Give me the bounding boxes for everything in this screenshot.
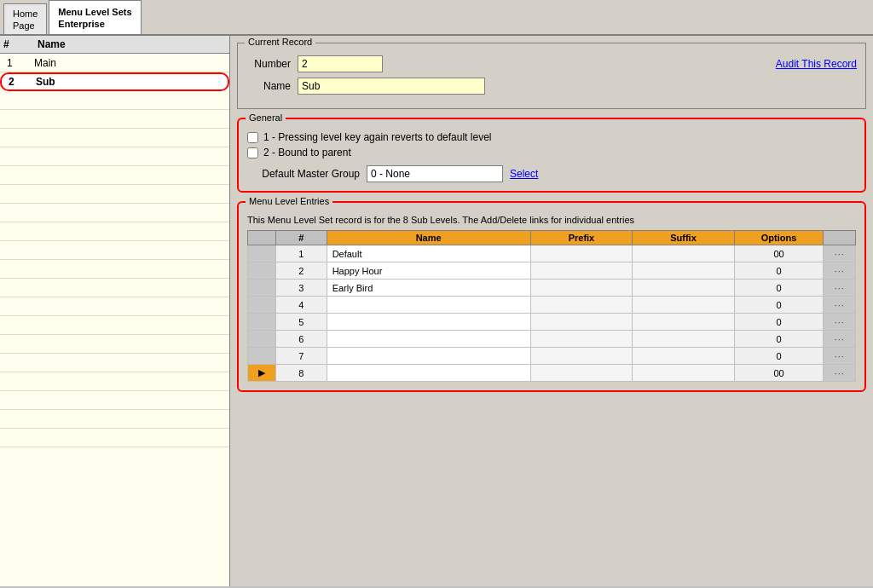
row-menu-dots[interactable]: ··· [824,262,856,280]
row-menu-dots[interactable]: ··· [824,331,856,348]
row-prefix [530,348,633,365]
row-prefix [530,297,633,314]
col-header-dots [824,231,856,245]
row-name: Happy Hour [327,262,530,280]
row-indicator [248,331,276,348]
row-prefix [530,262,633,280]
col-header-name: Name [327,231,530,245]
list-header: # Name [0,36,229,54]
row-indicator [248,262,276,280]
default-master-group-row: Default Master Group Select [247,165,856,182]
list-item[interactable] [0,241,229,260]
name-label: Name [246,80,298,92]
general-section: General 1 - Pressing level key again rev… [237,118,866,193]
list-item[interactable] [0,335,229,354]
row-suffix [633,314,735,331]
row-menu-dots[interactable]: ··· [824,365,856,382]
dmg-label: Default Master Group [247,168,367,180]
list-item[interactable] [0,410,229,429]
row-suffix [633,331,735,348]
current-record-label: Current Record [245,37,315,47]
row-menu-dots[interactable]: ··· [824,348,856,365]
row-prefix [530,365,633,382]
row-indicator [248,297,276,314]
checkbox-1[interactable] [247,132,258,143]
col-header-suffix: Suffix [633,231,735,245]
row-menu-dots[interactable]: ··· [824,280,856,297]
row-num: 2 [5,76,36,88]
row-menu-dots[interactable]: ··· [824,314,856,331]
row-indicator [248,348,276,365]
col-name-header: Name [38,38,226,50]
checkbox-row-1: 1 - Pressing level key again reverts to … [247,131,856,143]
list-item[interactable] [0,166,229,185]
col-header-prefix: Prefix [530,231,633,245]
row-options: 00 [734,365,824,382]
list-item[interactable] [0,147,229,166]
dmg-input[interactable] [367,165,503,182]
number-row: Number Audit This Record [246,55,857,72]
list-item-selected[interactable]: 2 Sub [0,72,229,91]
name-input[interactable] [298,78,485,95]
row-menu-dots[interactable]: ··· [824,245,856,262]
row-num: 3 [275,280,327,297]
row-indicator [248,245,276,262]
list-item[interactable] [0,372,229,391]
row-indicator [248,314,276,331]
table-row: 2Happy Hour0··· [248,262,856,280]
row-options: 0 [734,280,824,297]
list-item[interactable] [0,391,229,410]
checkbox-row-2: 2 - Bound to parent [247,147,856,159]
audit-this-record-link[interactable]: Audit This Record [776,58,857,70]
checkbox-1-label: 1 - Pressing level key again reverts to … [263,131,491,143]
number-input[interactable] [298,55,383,72]
row-num: 1 [275,245,327,262]
col-header-blank [248,231,276,245]
row-suffix [633,297,735,314]
list-body: 1 Main 2 Sub [0,54,229,586]
list-item[interactable] [0,129,229,147]
row-options: 0 [734,297,824,314]
row-menu-dots[interactable]: ··· [824,297,856,314]
tab-home[interactable]: Home Page [3,3,47,34]
row-indicator [248,280,276,297]
list-item[interactable] [0,260,229,279]
row-suffix [633,262,735,280]
row-num: 2 [275,262,327,280]
row-suffix [633,348,735,365]
table-row: ▶800··· [248,365,856,382]
row-options: 0 [734,348,824,365]
tab-menu-level-sets[interactable]: Menu Level Sets Enterprise [49,0,141,34]
list-item[interactable] [0,316,229,335]
list-item[interactable] [0,110,229,129]
list-item[interactable] [0,222,229,241]
list-item[interactable] [0,429,229,447]
list-item[interactable] [0,204,229,222]
row-options: 0 [734,314,824,331]
list-item[interactable] [0,297,229,316]
row-suffix [633,245,735,262]
general-section-label: General [246,112,286,123]
row-num: 4 [275,297,327,314]
row-prefix [530,331,633,348]
row-num: 7 [275,348,327,365]
list-item[interactable] [0,354,229,372]
table-row: 1Default00··· [248,245,856,262]
row-suffix [633,280,735,297]
row-prefix [530,314,633,331]
tab-bar: Home Page Menu Level Sets Enterprise [0,0,873,36]
row-options: 00 [734,245,824,262]
row-name [327,365,530,382]
row-name [327,331,530,348]
list-item[interactable] [0,279,229,297]
row-num: 6 [275,331,327,348]
select-link[interactable]: Select [510,168,538,180]
list-item[interactable] [0,185,229,204]
list-item[interactable]: 1 Main [0,54,229,72]
entries-section-label: Menu Level Entries [246,196,332,206]
list-item[interactable] [0,91,229,110]
row-name: Default [327,245,530,262]
row-num: 1 [3,57,34,69]
checkbox-2[interactable] [247,147,258,159]
entries-description: This Menu Level Set record is for the 8 … [247,215,856,225]
